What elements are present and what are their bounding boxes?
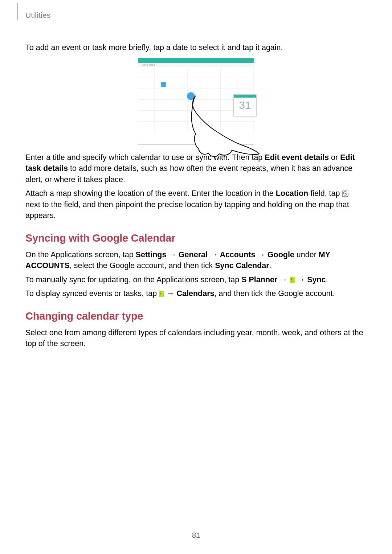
- display-synced-paragraph: To display synced events or tasks, tap →…: [25, 288, 367, 299]
- menu-icon: [290, 277, 295, 283]
- header-rule: [17, 3, 18, 20]
- s-planner-label: S Planner: [241, 275, 277, 284]
- section-header: Utilities: [25, 11, 50, 20]
- general-label: General: [179, 250, 208, 259]
- month-label: April 2014: [142, 63, 155, 66]
- sync-label: Sync: [307, 275, 326, 284]
- intro-paragraph: To add an event or task more briefly, ta…: [25, 42, 367, 53]
- page-number: 81: [0, 531, 392, 539]
- accounts-label: Accounts: [220, 250, 255, 259]
- attach-map-paragraph: Attach a map showing the location of the…: [25, 188, 367, 221]
- heading-changing-type: Changing calendar type: [25, 310, 367, 322]
- changing-type-paragraph: Select one from among different types of…: [25, 327, 367, 349]
- calendar-thumbnail: April 2014 31: [138, 58, 254, 145]
- hand-pointer-icon: [188, 92, 261, 161]
- figure-tap-calendar: April 2014 31: [25, 58, 367, 145]
- map-pin-icon: [342, 189, 348, 196]
- location-field-label: Location: [276, 189, 309, 198]
- calendars-label: Calendars: [177, 289, 215, 298]
- selected-day-marker: [161, 82, 166, 87]
- calendar-header-bar: [138, 58, 254, 63]
- body: To add an event or task more briefly, ta…: [25, 12, 367, 349]
- page: Utilities To add an event or task more b…: [0, 0, 392, 554]
- menu-icon: [159, 291, 164, 297]
- settings-label: Settings: [136, 250, 167, 259]
- google-label: Google: [268, 250, 294, 259]
- calendar-grid: 31: [138, 67, 254, 145]
- manual-sync-paragraph: To manually sync for updating, on the Ap…: [25, 274, 367, 286]
- edit-event-details-label: Edit event details: [265, 153, 329, 162]
- sync-calendar-label: Sync Calendar: [215, 261, 269, 270]
- sync-path-paragraph: On the Applications screen, tap Settings…: [25, 249, 367, 271]
- svg-point-1: [345, 193, 346, 194]
- calendar-subheader: April 2014: [138, 63, 254, 67]
- heading-syncing: Syncing with Google Calendar: [25, 232, 367, 244]
